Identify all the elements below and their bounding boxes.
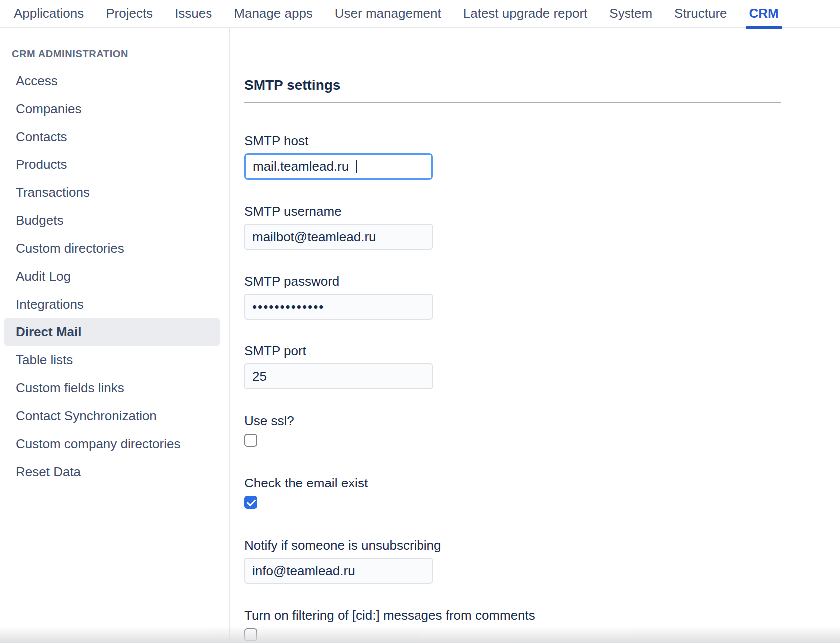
check-email-exist-checkbox[interactable] xyxy=(244,496,257,509)
unsubscribe-notify-input-wrap xyxy=(244,558,433,584)
smtp-host-input[interactable] xyxy=(244,153,433,180)
nav-item-issues[interactable]: Issues xyxy=(175,0,212,28)
main-content: SMTP settings SMTP host SMTP username xyxy=(230,28,840,643)
sidebar-item-access[interactable]: Access xyxy=(4,67,220,95)
sidebar-item-transactions[interactable]: Transactions xyxy=(4,178,220,206)
page-title: SMTP settings xyxy=(244,77,781,93)
field-use-ssl: Use ssl? xyxy=(244,412,781,447)
field-cid-filtering: Turn on filtering of [cid:] messages fro… xyxy=(244,607,781,641)
sidebar-item-contact-synchronization[interactable]: Contact Synchronization xyxy=(4,402,220,430)
top-nav: Applications Projects Issues Manage apps… xyxy=(0,0,840,28)
nav-item-manage-apps[interactable]: Manage apps xyxy=(234,0,313,28)
check-email-exist-label: Check the email exist xyxy=(244,475,781,491)
use-ssl-label: Use ssl? xyxy=(244,412,781,429)
smtp-host-input-wrap xyxy=(244,153,433,180)
smtp-username-input-wrap xyxy=(244,224,433,250)
heading-divider xyxy=(244,102,781,103)
smtp-host-label: SMTP host xyxy=(244,132,781,149)
smtp-settings-form: SMTP host SMTP username SMTP password xyxy=(244,132,781,641)
field-unsubscribe-notify: Notify if someone is unsubscribing xyxy=(244,537,781,584)
nav-item-applications[interactable]: Applications xyxy=(14,0,84,28)
sidebar-item-reset-data[interactable]: Reset Data xyxy=(4,458,220,485)
field-check-email-exist: Check the email exist xyxy=(244,475,781,509)
nav-item-latest-upgrade-report[interactable]: Latest upgrade report xyxy=(463,0,588,28)
field-smtp-password: SMTP password xyxy=(244,273,781,320)
smtp-password-label: SMTP password xyxy=(244,273,781,290)
nav-item-system[interactable]: System xyxy=(609,0,652,28)
unsubscribe-notify-label: Notify if someone is unsubscribing xyxy=(244,537,781,554)
cid-filtering-label: Turn on filtering of [cid:] messages fro… xyxy=(244,607,781,624)
use-ssl-checkbox[interactable] xyxy=(244,434,257,447)
sidebar-item-direct-mail[interactable]: Direct Mail xyxy=(4,318,220,346)
unsubscribe-notify-input[interactable] xyxy=(244,558,433,584)
sidebar-item-products[interactable]: Products xyxy=(4,151,220,178)
cid-filtering-checkbox[interactable] xyxy=(244,628,257,641)
sidebar-item-companies[interactable]: Companies xyxy=(4,95,220,123)
sidebar-item-custom-directories[interactable]: Custom directories xyxy=(4,234,220,262)
smtp-port-input[interactable] xyxy=(244,363,433,389)
field-smtp-host: SMTP host xyxy=(244,132,781,180)
sidebar-item-custom-company-directories[interactable]: Custom company directories xyxy=(4,430,220,458)
nav-item-user-management[interactable]: User management xyxy=(335,0,441,28)
smtp-password-input-wrap xyxy=(244,294,433,320)
sidebar-item-contacts[interactable]: Contacts xyxy=(4,123,220,151)
smtp-username-input[interactable] xyxy=(244,224,433,250)
smtp-port-label: SMTP port xyxy=(244,342,781,359)
page-layout: CRM ADMINISTRATION Access Companies Cont… xyxy=(0,28,840,643)
nav-item-structure[interactable]: Structure xyxy=(674,0,727,28)
field-smtp-port: SMTP port xyxy=(244,342,781,389)
text-caret xyxy=(356,160,357,173)
smtp-port-input-wrap xyxy=(244,363,433,389)
smtp-username-label: SMTP username xyxy=(244,203,781,220)
smtp-password-input[interactable] xyxy=(244,294,433,320)
sidebar-heading: CRM ADMINISTRATION xyxy=(0,48,229,60)
sidebar: CRM ADMINISTRATION Access Companies Cont… xyxy=(0,28,230,643)
nav-item-projects[interactable]: Projects xyxy=(106,0,153,28)
sidebar-item-custom-fields-links[interactable]: Custom fields links xyxy=(4,374,220,402)
sidebar-item-budgets[interactable]: Budgets xyxy=(4,206,220,234)
sidebar-item-audit-log[interactable]: Audit Log xyxy=(4,262,220,290)
nav-item-crm[interactable]: CRM xyxy=(749,0,779,28)
sidebar-item-table-lists[interactable]: Table lists xyxy=(4,346,220,374)
sidebar-item-integrations[interactable]: Integrations xyxy=(4,290,220,318)
field-smtp-username: SMTP username xyxy=(244,203,781,250)
